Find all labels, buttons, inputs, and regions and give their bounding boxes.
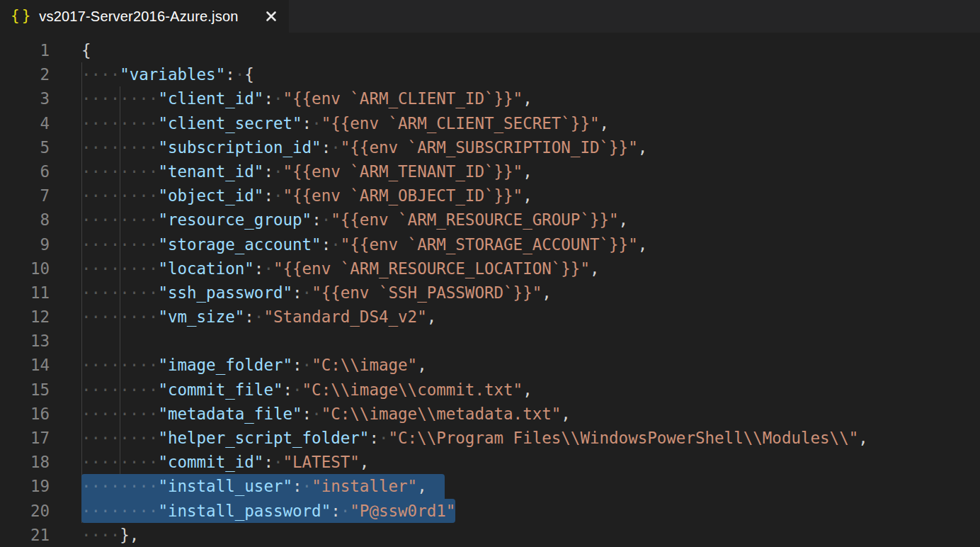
json-key: "location" (158, 259, 253, 278)
code-text: ········"location":·"{{env `ARM_RESOURCE… (81, 256, 600, 281)
code-line[interactable]: 1{ (0, 38, 980, 62)
whitespace-dots: ········ (81, 235, 158, 254)
code-text: ········"helper_script_folder":·"C:\\Pro… (81, 426, 868, 450)
whitespace-dots: · (302, 477, 312, 495)
json-punctuation: , (600, 114, 610, 132)
code-text: ········"subscription_id":·"{{env `ARM_S… (81, 135, 647, 159)
whitespace-dots: · (312, 405, 321, 423)
whitespace-dots: ········ (81, 283, 158, 302)
code-lines: 1{2····"variables":·{3········"client_id… (0, 38, 980, 547)
code-line[interactable]: 17········"helper_script_folder":·"C:\\P… (0, 426, 980, 450)
code-line[interactable]: 3········"client_id":·"{{env `ARM_CLIENT… (0, 86, 980, 111)
json-punctuation: , (619, 210, 629, 229)
code-line[interactable]: 16········"metadata_file":·"C:\\image\\m… (0, 402, 980, 426)
line-number[interactable]: 16 (0, 402, 50, 426)
code-text: ········"resource_group":·"{{env `ARM_RE… (81, 208, 628, 232)
line-number[interactable]: 21 (0, 523, 50, 547)
tab-vs2017-server2016-azure-json[interactable]: {} vs2017-Server2016-Azure.json (0, 0, 289, 33)
code-line[interactable]: 11········"ssh_password":·"{{env `SSH_PA… (0, 281, 980, 305)
json-punctuation: : (263, 186, 273, 205)
line-number[interactable]: 6 (0, 159, 50, 184)
line-number[interactable]: 9 (0, 232, 50, 256)
code-line[interactable]: 21····}, (0, 523, 980, 547)
line-number[interactable]: 15 (0, 378, 50, 402)
json-punctuation: : (331, 502, 341, 520)
whitespace-dots: ········ (81, 429, 158, 447)
line-number[interactable]: 20 (0, 499, 50, 523)
whitespace-dots: · (302, 283, 312, 302)
json-string-value: "C:\\Program Files\\WindowsPowerShell\\M… (388, 429, 858, 447)
json-punctuation: : (312, 210, 321, 229)
whitespace-dots: · (302, 356, 312, 374)
json-string-value: "P@ssw0rd1" (350, 502, 455, 520)
json-string-value: "{{env `SSH_PASSWORD`}}" (312, 283, 542, 302)
json-punctuation: : (263, 453, 273, 471)
code-line[interactable]: 9········"storage_account":·"{{env `ARM_… (0, 232, 980, 256)
json-string-value: "{{env `ARM_TENANT_ID`}}" (283, 162, 523, 181)
code-line[interactable]: 18········"commit_id":·"LATEST", (0, 450, 980, 474)
code-editor[interactable]: 1{2····"variables":·{3········"client_id… (0, 33, 980, 547)
json-punctuation: , (523, 186, 532, 205)
json-punctuation: , (523, 162, 532, 181)
json-punctuation: , (638, 235, 648, 254)
json-punctuation: { (244, 65, 254, 84)
code-line[interactable]: 19········"install_user":·"installer", (0, 474, 980, 498)
whitespace-dots: · (341, 502, 351, 520)
code-text: ········"metadata_file":·"C:\\image\\met… (81, 402, 571, 426)
code-line[interactable]: 2····"variables":·{ (0, 62, 980, 86)
code-text: ········"client_secret":·"{{env `ARM_CLI… (81, 111, 609, 135)
code-text: ········"image_folder":·"C:\\image", (81, 353, 427, 377)
line-number[interactable]: 18 (0, 450, 50, 474)
whitespace-dots: · (312, 114, 321, 132)
json-string-value: "{{env `ARM_OBJECT_ID`}}" (283, 186, 523, 205)
line-number[interactable]: 4 (0, 111, 50, 135)
json-string-value: "{{env `ARM_CLIENT_ID`}}" (283, 89, 523, 108)
code-line[interactable]: 15········"commit_file":·"C:\\image\\com… (0, 378, 980, 402)
code-line[interactable]: 12········"vm_size":·"Standard_DS4_v2", (0, 305, 980, 329)
line-number[interactable]: 11 (0, 281, 50, 305)
code-line[interactable]: 14········"image_folder":·"C:\\image", (0, 353, 980, 377)
json-punctuation: : (321, 138, 331, 157)
json-punctuation: : (283, 380, 292, 399)
code-line[interactable]: 10········"location":·"{{env `ARM_RESOUR… (0, 256, 980, 281)
json-key: "variables" (120, 65, 225, 84)
json-punctuation: : (369, 429, 379, 447)
json-punctuation: , (523, 380, 532, 399)
whitespace-dots: ···· (81, 65, 120, 84)
line-number[interactable]: 2 (0, 62, 50, 86)
line-number[interactable]: 14 (0, 353, 50, 377)
line-number[interactable]: 10 (0, 256, 50, 281)
whitespace-dots: ········ (81, 453, 158, 471)
line-number[interactable]: 8 (0, 208, 50, 232)
code-line[interactable]: 7········"object_id":·"{{env `ARM_OBJECT… (0, 184, 980, 208)
code-text: ····}, (81, 523, 139, 547)
code-line[interactable]: 20········"install_password":·"P@ssw0rd1… (0, 499, 980, 523)
json-punctuation: { (81, 41, 91, 60)
line-number[interactable]: 17 (0, 426, 50, 450)
code-text: ····"variables":·{ (81, 62, 254, 86)
code-text: ········"client_id":·"{{env `ARM_CLIENT_… (81, 86, 532, 111)
line-number[interactable]: 3 (0, 86, 50, 111)
whitespace-dots: · (273, 186, 283, 205)
code-line[interactable]: 13 (0, 329, 980, 353)
code-line[interactable]: 8········"resource_group":·"{{env `ARM_R… (0, 208, 980, 232)
line-number[interactable]: 13 (0, 329, 50, 353)
json-string-value: "C:\\image\\commit.txt" (302, 380, 523, 399)
line-number[interactable]: 1 (0, 38, 50, 62)
json-punctuation: : (292, 283, 302, 302)
whitespace-dots: ········ (81, 502, 158, 520)
code-line[interactable]: 4········"client_secret":·"{{env `ARM_CL… (0, 111, 980, 135)
line-number[interactable]: 5 (0, 135, 50, 159)
whitespace-dots: · (379, 429, 389, 447)
code-line[interactable]: 6········"tenant_id":·"{{env `ARM_TENANT… (0, 159, 980, 184)
line-number[interactable]: 19 (0, 474, 50, 498)
line-number[interactable]: 12 (0, 305, 50, 329)
code-line[interactable]: 5········"subscription_id":·"{{env `ARM_… (0, 135, 980, 159)
whitespace-dots: ········ (81, 210, 158, 229)
close-tab-icon[interactable] (263, 9, 279, 24)
code-text: { (81, 38, 91, 62)
json-punctuation: , (417, 477, 427, 495)
json-key: "commit_id" (158, 453, 263, 471)
line-number[interactable]: 7 (0, 184, 50, 208)
json-string-value: "{{env `ARM_RESOURCE_LOCATION`}}" (273, 259, 590, 278)
